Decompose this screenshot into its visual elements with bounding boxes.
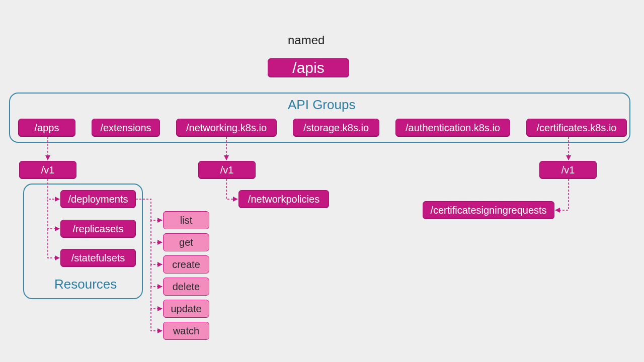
node-extensions: /extensions <box>92 119 160 137</box>
diagram-title: named <box>288 33 325 47</box>
connectors <box>0 0 644 362</box>
verb-list: list <box>163 211 209 229</box>
node-apps: /apps <box>18 119 75 137</box>
node-apis: /apis <box>268 58 349 77</box>
node-networkpolicies: /networkpolicies <box>238 190 329 208</box>
verb-delete: delete <box>163 278 209 296</box>
verb-watch: watch <box>163 322 209 340</box>
verb-create: create <box>163 255 209 274</box>
resources-label: Resources <box>54 277 117 292</box>
node-v1-apps: /v1 <box>19 161 76 179</box>
node-certificatesigningrequests: /certificatesigningrequests <box>423 201 554 219</box>
node-deployments: /deployments <box>60 190 136 208</box>
node-v1-certificates: /v1 <box>539 161 597 179</box>
node-networking: /networking.k8s.io <box>176 119 277 137</box>
api-groups-label: API Groups <box>288 97 355 113</box>
verb-update: update <box>163 300 209 318</box>
node-certificates: /certificates.k8s.io <box>526 119 627 137</box>
verb-get: get <box>163 233 209 251</box>
node-storage: /storage.k8s.io <box>293 119 379 137</box>
node-authentication: /authentication.k8s.io <box>395 119 510 137</box>
node-v1-networking: /v1 <box>198 161 256 179</box>
node-statefulsets: /statefulsets <box>60 249 136 267</box>
node-replicasets: /replicasets <box>60 220 136 238</box>
